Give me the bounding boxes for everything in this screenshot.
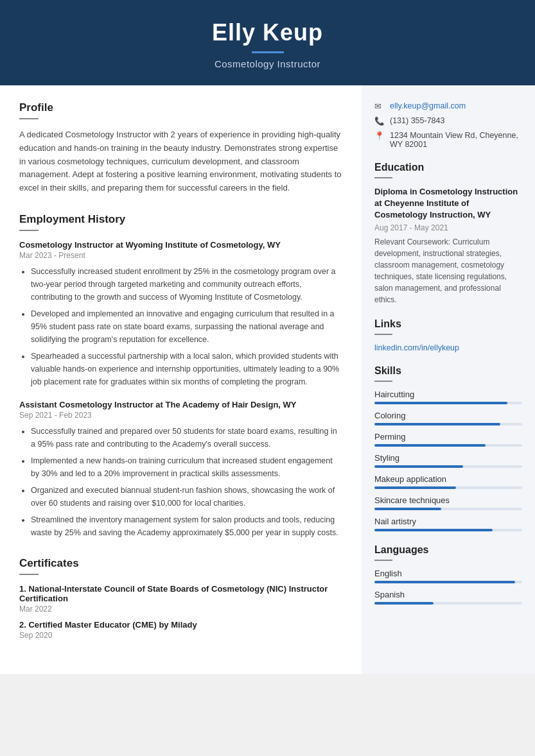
edu-text: Relevant Coursework: Curriculum developm… (374, 236, 522, 305)
languages-title: Languages (374, 544, 522, 556)
job-entry-2: Assistant Cosmetology Instructor at The … (19, 400, 342, 539)
skill-bar-bg-1 (374, 423, 522, 425)
contact-email-item: ✉ elly.keup@gmail.com (374, 101, 522, 111)
cert-title-1: 1. National-Interstate Council of State … (19, 584, 342, 603)
certificates-section: Certificates 1. National-Interstate Coun… (19, 557, 342, 640)
links-divider (374, 334, 392, 335)
job-title-1: Cosmetology Instructor at Wyoming Instit… (19, 240, 342, 250)
job-bullet-1-1: Successfully increased student enrollmen… (31, 265, 342, 304)
edu-date: Aug 2017 - May 2021 (374, 223, 522, 232)
skill-bar-fill-5 (374, 508, 441, 510)
skill-bar-bg-5 (374, 508, 522, 510)
resume-page: Elly Keup Cosmetology Instructor Profile… (0, 0, 535, 674)
skill-bar-fill-4 (374, 486, 456, 489)
job-entry-1: Cosmetology Instructor at Wyoming Instit… (19, 240, 342, 388)
skill-name-0: Haircutting (374, 390, 522, 399)
skill-name-5: Skincare techniques (374, 495, 522, 505)
candidate-title: Cosmetology Instructor (13, 58, 522, 69)
skill-item-1: Coloring (374, 411, 522, 425)
skill-bar-bg-0 (374, 402, 522, 404)
skill-item-6: Nail artistry (374, 517, 522, 531)
contact-phone-item: 📞 (131) 355-7843 (374, 116, 522, 126)
employment-divider (19, 230, 39, 231)
job-title-2: Assistant Cosmetology Instructor at The … (19, 400, 342, 409)
linkedin-link[interactable]: linkedin.com/in/ellykeup (374, 343, 459, 352)
left-column: Profile A dedicated Cosmetology Instruct… (0, 85, 362, 674)
employment-title: Employment History (19, 213, 342, 226)
lang-bar-bg-0 (374, 581, 522, 583)
education-section: Education Diploma in Cosmetology Instruc… (374, 162, 522, 305)
phone-icon: 📞 (374, 116, 386, 126)
cert-date-2: Sep 2020 (19, 631, 342, 640)
skill-bar-fill-2 (374, 444, 486, 447)
job-bullet-2-1: Successfully trained and prepared over 5… (31, 425, 342, 451)
skill-name-2: Perming (374, 432, 522, 442)
employment-section: Employment History Cosmetology Instructo… (19, 213, 342, 539)
lang-bar-fill-1 (374, 602, 434, 605)
cert-date-1: Mar 2022 (19, 605, 342, 614)
skills-divider (374, 381, 392, 382)
certificates-title: Certificates (19, 557, 342, 570)
profile-text: A dedicated Cosmetology Instructor with … (19, 128, 342, 195)
right-column: ✉ elly.keup@gmail.com 📞 (131) 355-7843 📍… (362, 85, 535, 674)
skill-item-0: Haircutting (374, 390, 522, 404)
job-date-1: Mar 2023 - Present (19, 251, 342, 260)
languages-section: Languages English Spanish (374, 544, 522, 605)
skill-bar-fill-6 (374, 529, 493, 531)
job-bullets-1: Successfully increased student enrollmen… (19, 265, 342, 388)
skill-name-1: Coloring (374, 411, 522, 420)
email-icon: ✉ (374, 101, 386, 111)
edu-degree: Diploma in Cosmetology Instruction at Ch… (374, 186, 522, 221)
skill-item-2: Perming (374, 432, 522, 447)
languages-divider (374, 560, 392, 561)
skills-list: Haircutting Coloring Perming Styling Mak… (374, 390, 522, 531)
skill-bar-bg-2 (374, 444, 522, 447)
skills-title: Skills (374, 365, 522, 377)
profile-title: Profile (19, 101, 342, 114)
languages-list: English Spanish (374, 569, 522, 605)
profile-section: Profile A dedicated Cosmetology Instruct… (19, 101, 342, 195)
lang-bar-bg-1 (374, 602, 522, 605)
skill-item-5: Skincare techniques (374, 495, 522, 510)
body: Profile A dedicated Cosmetology Instruct… (0, 85, 535, 674)
header: Elly Keup Cosmetology Instructor (0, 0, 535, 85)
education-divider (374, 177, 392, 178)
job-date-2: Sep 2021 - Feb 2023 (19, 411, 342, 420)
links-section: Links linkedin.com/in/ellykeup (374, 318, 522, 352)
lang-bar-fill-0 (374, 581, 515, 583)
profile-divider (19, 118, 39, 119)
links-title: Links (374, 318, 522, 330)
skill-bar-bg-6 (374, 529, 522, 531)
skill-item-3: Styling (374, 453, 522, 468)
candidate-name: Elly Keup (13, 19, 522, 46)
cert-entry-2: 2. Certified Master Educator (CME) by Mi… (19, 620, 342, 640)
cert-entry-1: 1. National-Interstate Council of State … (19, 584, 342, 614)
education-title: Education (374, 162, 522, 173)
skill-bar-fill-3 (374, 465, 463, 468)
job-bullet-2-4: Streamlined the inventory management sys… (31, 513, 342, 539)
address-text: 1234 Mountain View Rd, Cheyenne, WY 8200… (390, 131, 522, 149)
lang-name-1: Spanish (374, 590, 522, 599)
job-bullets-2: Successfully trained and prepared over 5… (19, 425, 342, 539)
job-bullet-1-3: Spearheaded a successful partnership wit… (31, 350, 342, 388)
phone-text: (131) 355-7843 (390, 116, 444, 125)
certificates-divider (19, 574, 39, 575)
location-icon: 📍 (374, 131, 386, 141)
lang-item-0: English (374, 569, 522, 583)
job-bullet-1-2: Developed and implemented an innovative … (31, 307, 342, 346)
contact-address-item: 📍 1234 Mountain View Rd, Cheyenne, WY 82… (374, 131, 522, 149)
cert-title-2: 2. Certified Master Educator (CME) by Mi… (19, 620, 342, 630)
skill-bar-fill-0 (374, 402, 507, 404)
skill-bar-bg-4 (374, 486, 522, 489)
email-link[interactable]: elly.keup@gmail.com (390, 101, 466, 110)
job-bullet-2-2: Implemented a new hands-on training curr… (31, 454, 342, 480)
skill-name-6: Nail artistry (374, 517, 522, 526)
skill-bar-fill-1 (374, 423, 500, 425)
skills-section: Skills Haircutting Coloring Perming Styl… (374, 365, 522, 531)
job-bullet-2-3: Organized and executed biannual student-… (31, 484, 342, 510)
skill-item-4: Makeup application (374, 474, 522, 489)
skill-name-4: Makeup application (374, 474, 522, 484)
header-divider (252, 51, 284, 53)
skill-bar-bg-3 (374, 465, 522, 468)
contact-section: ✉ elly.keup@gmail.com 📞 (131) 355-7843 📍… (374, 101, 522, 149)
